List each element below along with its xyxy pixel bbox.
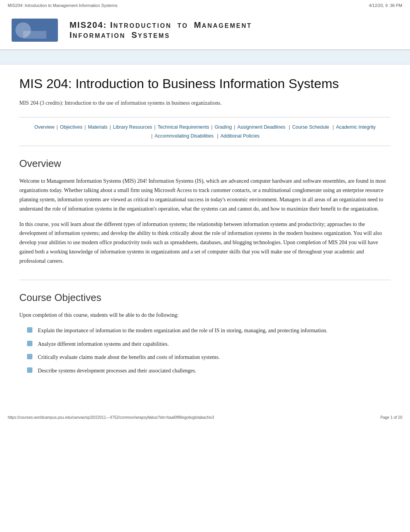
logo	[12, 19, 58, 42]
overview-paragraph1: Welcome to Management Information System…	[19, 177, 391, 213]
nav-bar: Overview | Objectives | Materials | Libr…	[19, 117, 391, 146]
print-header: MIS204: Introduction to Management Infor…	[0, 0, 410, 11]
objective-item-4: Describe systems development processes a…	[19, 367, 391, 375]
banner	[0, 50, 410, 65]
print-title: MIS204: Introduction to Management Infor…	[8, 3, 117, 8]
nav-accommodating-disabilities[interactable]: Accommodating Disabilities	[154, 133, 213, 139]
objective-text-2: Analyze different information systems an…	[38, 340, 169, 348]
objective-text-4: Describe systems development processes a…	[38, 367, 197, 375]
nav-library-resources[interactable]: Library Resources	[113, 124, 152, 130]
site-title: MIS204: INTRODUCTION TO MANAGEMENT INFOR…	[69, 20, 252, 40]
nav-links: Overview | Objectives | Materials | Libr…	[23, 123, 387, 140]
nav-additional-policies[interactable]: Additional Policies	[220, 133, 259, 139]
objective-bullet-1	[27, 327, 32, 333]
objective-bullet-3	[27, 354, 32, 359]
objectives-title: Course Objectives	[19, 292, 391, 304]
nav-overview[interactable]: Overview	[34, 124, 54, 130]
footer-url: https://courses.worldcampus.psu.edu/canv…	[8, 415, 214, 420]
nav-academic-integrity[interactable]: Academic Integrity	[336, 124, 376, 130]
overview-section: Overview Welcome to Management Informati…	[19, 146, 391, 275]
nav-materials[interactable]: Materials	[88, 124, 108, 130]
nav-course-schedule[interactable]: Course Schedule	[292, 124, 329, 130]
objectives-section: Course Objectives Upon completion of thi…	[19, 280, 391, 384]
nav-technical-requirements[interactable]: Technical Requirements	[158, 124, 209, 130]
overview-paragraph2: In this course, you will learn about the…	[19, 220, 391, 266]
course-description: MIS 204 (3 credits): Introduction to the…	[19, 99, 391, 107]
print-date: 4/12/20, 9 :36 PM	[369, 3, 402, 8]
page-footer: https://courses.worldcampus.psu.edu/canv…	[0, 411, 410, 424]
page-title: MIS 204: Introduction to Business Inform…	[19, 76, 391, 91]
footer-page: Page 1 of 20	[380, 415, 402, 420]
objective-text-3: Critically evaluate claims made about th…	[38, 353, 220, 362]
objectives-intro: Upon completion of this course, students…	[19, 311, 391, 320]
nav-grading[interactable]: Grading	[215, 124, 232, 130]
overview-title: Overview	[19, 158, 391, 170]
nav-assignment-deadlines[interactable]: Assignment Deadlines	[237, 124, 285, 130]
objective-text-1: Explain the importance of information to…	[38, 326, 327, 335]
objective-bullet-4	[27, 367, 32, 373]
objective-item-1: Explain the importance of information to…	[19, 326, 391, 335]
nav-objectives[interactable]: Objectives	[60, 124, 82, 130]
main-content: MIS 204: Introduction to Business Inform…	[0, 65, 410, 395]
site-header: MIS204: INTRODUCTION TO MANAGEMENT INFOR…	[0, 11, 410, 50]
objective-item-2: Analyze different information systems an…	[19, 340, 391, 348]
objective-item-3: Critically evaluate claims made about th…	[19, 353, 391, 362]
objective-bullet-2	[27, 341, 32, 346]
